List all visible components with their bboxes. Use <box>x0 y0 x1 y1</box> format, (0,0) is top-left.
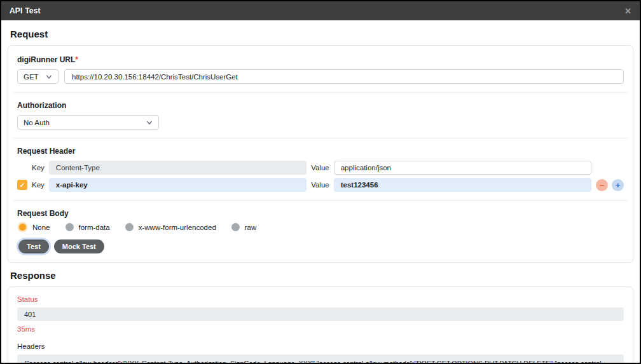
header-row: ✓ Key x-api-key Value test123456 − + <box>17 178 624 192</box>
radio-unselected-icon <box>125 223 134 231</box>
chevron-down-icon <box>46 74 52 80</box>
remove-header-button[interactable]: − <box>596 179 608 191</box>
request-body-label: Request Body <box>17 209 624 218</box>
dialog-title: API Test <box>10 6 41 15</box>
url-label: digiRunner URL* <box>17 55 624 64</box>
response-heading: Response <box>10 270 631 281</box>
radio-unselected-icon <box>65 223 74 231</box>
status-code-box: 401 <box>17 307 624 321</box>
dialog-content: Request digiRunner URL* GET https://10.2… <box>1 20 640 363</box>
url-input[interactable]: https://10.20.30.156:18442/ChrisTest/Chr… <box>64 69 624 84</box>
radio-none[interactable]: None <box>18 223 50 231</box>
header-value-input[interactable]: test123456 <box>334 178 591 192</box>
header-row-checkbox[interactable]: ✓ <box>17 180 27 190</box>
radio-label: form-data <box>79 224 110 231</box>
radio-raw[interactable]: raw <box>231 223 257 231</box>
radio-selected-icon <box>19 224 26 231</box>
header-key-input[interactable]: Content-Type <box>49 161 307 175</box>
radio-label: None <box>32 224 50 231</box>
url-label-text: digiRunner URL <box>17 55 75 64</box>
radio-unselected-icon <box>231 223 240 231</box>
required-marker: * <box>75 55 78 64</box>
radio-form-data[interactable]: form-data <box>65 223 110 231</box>
elapsed-time: 35ms <box>17 325 624 333</box>
request-buttons: Test Mock Test <box>18 239 624 253</box>
header-value-input[interactable]: application/json <box>334 161 591 175</box>
request-card: digiRunner URL* GET https://10.20.30.156… <box>8 45 633 263</box>
close-icon[interactable]: ✕ <box>624 7 631 15</box>
authorization-selected-value: No Auth <box>24 119 50 126</box>
authorization-select[interactable]: No Auth <box>17 115 159 130</box>
row-actions: − + <box>596 179 624 191</box>
chevron-down-icon <box>146 119 153 126</box>
response-card: Status 401 35ms Headers {"access-control… <box>8 286 633 363</box>
header-row: Key Content-Type Value application/json <box>17 161 624 175</box>
test-button[interactable]: Test <box>18 239 49 253</box>
dialog-titlebar: API Test ✕ <box>1 1 640 20</box>
request-heading: Request <box>10 29 631 39</box>
radio-x-www-form-urlencoded[interactable]: x-www-form-urlencoded <box>125 223 216 231</box>
key-label: Key <box>32 164 45 172</box>
value-label: Value <box>311 181 329 189</box>
checkbox-spacer <box>17 163 27 173</box>
api-test-dialog: API Test ✕ Request digiRunner URL* GET h… <box>0 0 641 364</box>
radio-label: raw <box>245 224 257 231</box>
header-key-input[interactable]: x-api-key <box>49 178 307 192</box>
response-headers-label: Headers <box>17 342 624 350</box>
mock-test-button[interactable]: Mock Test <box>54 239 104 253</box>
authorization-label: Authorization <box>17 101 624 110</box>
value-label: Value <box>311 164 329 172</box>
request-header-label: Request Header <box>17 147 624 156</box>
key-label: Key <box>32 181 45 189</box>
response-headers-box: {"access-control-allow-headers":"YYY, Co… <box>17 354 624 363</box>
divider <box>13 200 628 201</box>
request-body-type-group: None form-data x-www-form-urlencoded raw <box>18 223 623 231</box>
method-selected-value: GET <box>24 73 39 81</box>
divider <box>13 138 628 138</box>
status-label: Status <box>17 295 624 303</box>
divider <box>13 92 628 93</box>
method-select[interactable]: GET <box>17 69 59 84</box>
radio-label: x-www-form-urlencoded <box>139 224 216 231</box>
add-header-button[interactable]: + <box>612 179 624 191</box>
url-row: GET https://10.20.30.156:18442/ChrisTest… <box>17 69 624 84</box>
